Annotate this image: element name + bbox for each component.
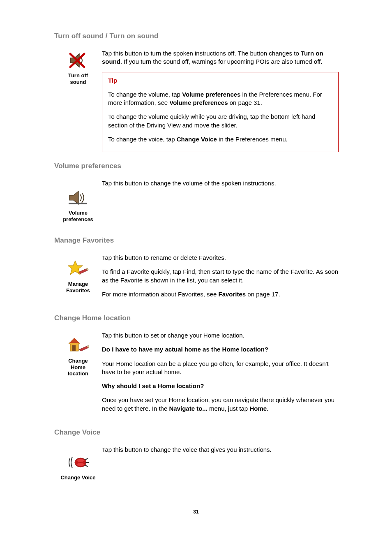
- manage-favorites-icon: [66, 259, 90, 279]
- icon-label-change-home-1: Change: [54, 358, 102, 364]
- icon-label-turn-off-sound-2: sound: [54, 79, 102, 86]
- text-fragment: menu, just tap: [208, 405, 250, 412]
- turn-off-sound-intro: Tap this button to turn the spoken instr…: [102, 49, 339, 66]
- text-fragment: .: [267, 405, 268, 412]
- content-volume-preferences: Tap this button to change the volume of …: [102, 179, 339, 193]
- volume-preferences-icon: [66, 187, 90, 208]
- icon-col-turn-off-sound: Turn off sound: [54, 49, 102, 85]
- text-fragment: . If you turn the sound off, warnings fo…: [120, 58, 322, 65]
- text-fragment: To change the voice, tap: [108, 136, 177, 143]
- manage-favorites-p2: To find a Favorite quickly, tap Find, th…: [102, 268, 339, 284]
- text-bold: Navigate to...: [169, 405, 207, 412]
- svg-rect-8: [72, 345, 76, 351]
- content-turn-off-sound: Tap this button to turn the spoken instr…: [102, 49, 339, 152]
- text-bold: Home: [249, 405, 267, 412]
- page-number: 31: [0, 509, 392, 515]
- icon-col-volume-preferences: Volume preferences: [54, 179, 102, 222]
- text-bold: Volume preferences: [169, 99, 228, 106]
- heading-turn-off-sound: Turn off sound / Turn on sound: [54, 32, 339, 40]
- manage-favorites-p3: For more information about Favorites, se…: [102, 290, 339, 298]
- change-home-p2: Your Home location can be a place you go…: [102, 360, 339, 377]
- icon-label-volume-preferences-2: preferences: [54, 216, 102, 223]
- content-change-home-location: Tap this button to set or change your Ho…: [102, 331, 339, 419]
- block-manage-favorites: Manage Favorites Tap this button to rena…: [54, 254, 339, 304]
- heading-change-home-location: Change Home location: [54, 314, 339, 322]
- icon-col-change-home-location: Change Home location: [54, 331, 102, 377]
- text-fragment: on page 17.: [246, 291, 280, 298]
- text-fragment: Tap this button to turn the spoken instr…: [102, 50, 301, 57]
- heading-manage-favorites: Manage Favorites: [54, 236, 339, 245]
- block-change-home-location: Change Home location Tap this button to …: [54, 331, 339, 419]
- svg-marker-3: [69, 191, 78, 204]
- heading-change-voice: Change Voice: [54, 428, 339, 437]
- volume-preferences-p1: Tap this button to change the volume of …: [102, 179, 339, 187]
- text-fragment: in the Preferences menu.: [217, 136, 288, 143]
- content-manage-favorites: Tap this button to rename or delete Favo…: [102, 254, 339, 304]
- change-home-q1: Do I have to have my actual home as the …: [102, 345, 339, 354]
- icon-label-volume-preferences-1: Volume: [54, 210, 102, 216]
- icon-label-manage-favorites-1: Manage: [54, 281, 102, 287]
- icon-label-change-home-2: Home: [54, 364, 102, 371]
- block-turn-off-sound: Turn off sound Tap this button to turn t…: [54, 49, 339, 152]
- change-home-q2: Why should I set a Home location?: [102, 382, 339, 390]
- text-bold: Change Voice: [177, 136, 217, 143]
- icon-col-change-voice: Change Voice: [54, 446, 102, 481]
- icon-label-turn-off-sound-1: Turn off: [54, 72, 102, 79]
- text-fragment: To change the volume, tap: [108, 91, 182, 98]
- text-fragment: on page 31.: [228, 99, 262, 106]
- tip-paragraph-3: To change the voice, tap Change Voice in…: [108, 135, 332, 143]
- change-home-p1: Tap this button to set or change your Ho…: [102, 331, 339, 340]
- manage-favorites-p1: Tap this button to rename or delete Favo…: [102, 254, 339, 262]
- block-volume-preferences: Volume preferences Tap this button to ch…: [54, 179, 339, 222]
- change-voice-icon: [66, 452, 90, 473]
- icon-col-manage-favorites: Manage Favorites: [54, 254, 102, 294]
- change-voice-p1: Tap this button to change the voice that…: [102, 446, 339, 454]
- text-bold: Favorites: [218, 291, 246, 298]
- heading-volume-preferences: Volume preferences: [54, 162, 339, 170]
- tip-box: Tip To change the volume, tap Volume pre…: [102, 72, 339, 153]
- svg-marker-9: [69, 338, 79, 343]
- icon-label-manage-favorites-2: Favorites: [54, 287, 102, 294]
- block-change-voice: Change Voice Tap this button to change t…: [54, 446, 339, 481]
- change-home-location-icon: [66, 335, 90, 356]
- change-home-p3: Once you have set your Home location, yo…: [102, 396, 339, 413]
- text-bold: Volume preferences: [182, 91, 240, 98]
- tip-label: Tip: [108, 76, 332, 85]
- svg-rect-4: [69, 203, 87, 204]
- tip-paragraph-1: To change the volume, tap Volume prefere…: [108, 90, 332, 107]
- tip-paragraph-2: To change the volume quickly while you a…: [108, 113, 332, 130]
- content-change-voice: Tap this button to change the voice that…: [102, 446, 339, 460]
- page-container: Turn off sound / Turn on sound Turn off …: [0, 0, 392, 555]
- turn-off-sound-icon: [66, 50, 90, 71]
- icon-label-change-voice: Change Voice: [54, 474, 102, 481]
- text-fragment: For more information about Favorites, se…: [102, 291, 218, 298]
- icon-label-change-home-3: location: [54, 370, 102, 377]
